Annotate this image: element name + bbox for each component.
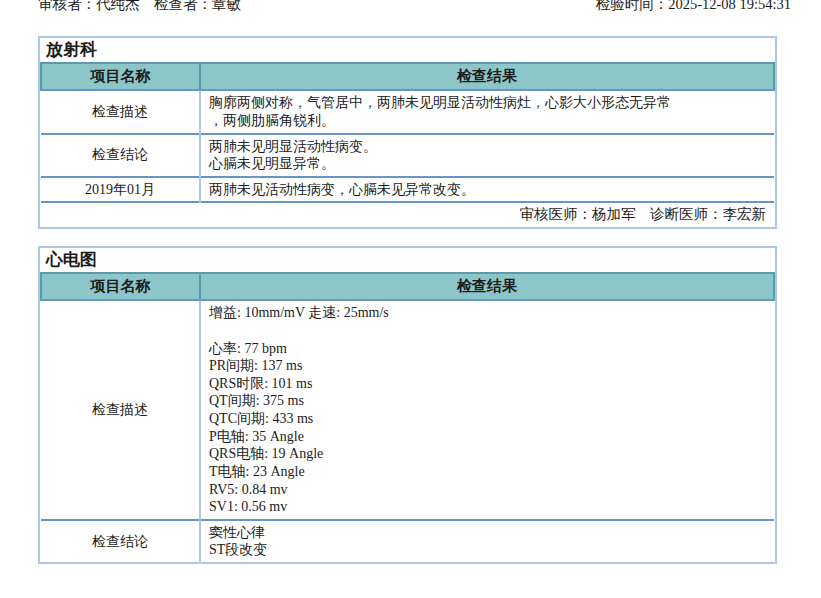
table-row: 检查结论 两肺未见明显活动性病变。 心膈未见明显异常。 — [41, 134, 774, 177]
ecg-column-header-result: 检查结果 — [200, 273, 774, 300]
row-result: 窦性心律 ST段改变 — [200, 520, 774, 562]
row-result: 两肺未见明显活动性病变。 心膈未见明显异常。 — [200, 134, 774, 177]
report-meta: 审核者：代纯杰 检查者：章敏 检验时间：2025-12-08 19:54:31 — [38, 0, 791, 14]
radiology-results-table: 项目名称 检查结果 检查描述 胸廓两侧对称，气管居中，两肺未见明显活动性病灶，心… — [40, 62, 775, 226]
ecg-results-table: 项目名称 检查结果 检查描述 增益: 10mm/mV 走速: 25mm/s 心率… — [40, 272, 775, 562]
ecg-header-row: 项目名称 检查结果 — [41, 273, 774, 300]
ecg-section: 心电图 项目名称 检查结果 检查描述 增益: 10mm/mV 走速: 25mm/… — [38, 246, 777, 564]
reviewer-checker-text: 审核者：代纯杰 检查者：章敏 — [38, 0, 241, 14]
row-result: 增益: 10mm/mV 走速: 25mm/s 心率: 77 bpm PR间期: … — [200, 300, 774, 520]
exam-time-text: 检验时间：2025-12-08 19:54:31 — [596, 0, 791, 14]
radiology-section: 放射科 项目名称 检查结果 检查描述 胸廓两侧对称，气管居中，两肺未见明显活动性… — [38, 36, 777, 229]
table-row: 检查描述 增益: 10mm/mV 走速: 25mm/s 心率: 77 bpm P… — [41, 300, 774, 520]
ecg-section-title: 心电图 — [40, 248, 775, 272]
radiology-section-title: 放射科 — [40, 38, 775, 62]
doctors-footer-text: 审核医师：杨加军 诊断医师：李宏新 — [41, 202, 774, 226]
doctors-footer-row: 审核医师：杨加军 诊断医师：李宏新 — [41, 202, 774, 226]
radiology-column-header-result: 检查结果 — [200, 63, 774, 90]
report-page: 审核者：代纯杰 检查者：章敏 检验时间：2025-12-08 19:54:31 … — [0, 0, 821, 598]
table-row: 2019年01月 两肺未见活动性病变，心膈未见异常改变。 — [41, 177, 774, 203]
table-row: 检查描述 胸廓两侧对称，气管居中，两肺未见明显活动性病灶，心影大小形态无异常 ，… — [41, 90, 774, 133]
row-result: 胸廓两侧对称，气管居中，两肺未见明显活动性病灶，心影大小形态无异常 ，两侧肋膈角… — [200, 90, 774, 133]
row-label: 检查结论 — [41, 520, 200, 562]
radiology-header-row: 项目名称 检查结果 — [41, 63, 774, 90]
ecg-column-header-name: 项目名称 — [41, 273, 200, 300]
row-label: 检查描述 — [41, 90, 200, 133]
row-label: 检查描述 — [41, 300, 200, 520]
radiology-column-header-name: 项目名称 — [41, 63, 200, 90]
row-label: 2019年01月 — [41, 177, 200, 203]
row-result: 两肺未见活动性病变，心膈未见异常改变。 — [200, 177, 774, 203]
row-label: 检查结论 — [41, 134, 200, 177]
table-row: 检查结论 窦性心律 ST段改变 — [41, 520, 774, 562]
